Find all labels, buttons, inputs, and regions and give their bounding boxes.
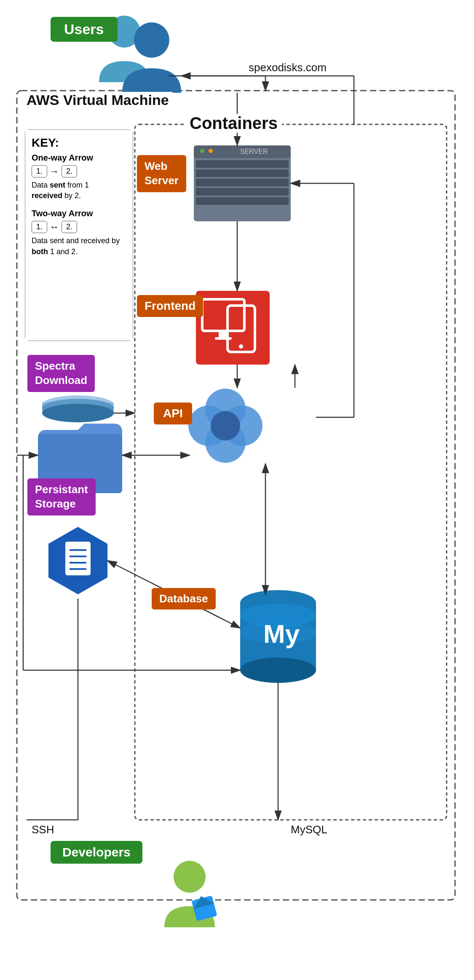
- one-way-title: One-way Arrow: [32, 153, 126, 163]
- key-num-2b: 2.: [62, 221, 77, 233]
- svg-rect-20: [215, 337, 232, 340]
- svg-point-15: [209, 149, 213, 153]
- ssh-label: SSH: [32, 823, 54, 836]
- svg-point-25: [205, 422, 246, 463]
- database-badge: Database: [152, 588, 216, 609]
- svg-rect-21: [228, 306, 255, 352]
- svg-point-14: [200, 149, 204, 153]
- persistent-storage-badge: PersistantStorage: [27, 478, 96, 516]
- key-box: KEY: One-way Arrow 1. → 2. Data sent fro…: [25, 130, 133, 341]
- svg-text:SERVER: SERVER: [240, 148, 268, 155]
- key-num-2a: 2.: [62, 165, 77, 177]
- svg-rect-12: [196, 188, 289, 196]
- svg-point-26: [188, 405, 229, 446]
- svg-point-27: [222, 405, 262, 446]
- svg-rect-18: [202, 299, 244, 331]
- api-badge: API: [154, 403, 192, 424]
- svg-point-29: [240, 590, 316, 615]
- web-server-badge: WebServer: [137, 155, 186, 192]
- svg-rect-17: [196, 291, 270, 365]
- svg-point-33: [240, 620, 316, 644]
- svg-point-35: [42, 395, 114, 414]
- aws-vm-label: AWS Virtual Machine: [23, 92, 172, 108]
- developers-badge: Developers: [51, 841, 142, 864]
- svg-marker-49: [191, 894, 214, 909]
- key-num-1b: 1.: [32, 221, 47, 233]
- svg-rect-8: [194, 145, 291, 158]
- frontend-badge: Frontend: [137, 295, 203, 317]
- svg-point-22: [239, 344, 243, 349]
- svg-rect-9: [196, 160, 289, 168]
- svg-rect-7: [194, 145, 291, 221]
- svg-rect-1: [135, 124, 447, 820]
- key-arrow-both: ↔: [50, 222, 59, 233]
- key-title: KEY:: [32, 136, 126, 150]
- svg-point-28: [211, 411, 240, 440]
- svg-marker-41: [48, 527, 107, 594]
- svg-point-24: [205, 389, 246, 429]
- containers-label: Containers: [185, 114, 282, 133]
- svg-point-23: [192, 392, 259, 459]
- svg-point-4: [134, 22, 169, 58]
- svg-rect-10: [196, 169, 289, 177]
- two-way-title: Two-way Arrow: [32, 209, 126, 218]
- svg-point-39: [42, 404, 114, 422]
- spectra-download-badge: SpectraDownload: [27, 355, 95, 392]
- svg-rect-42: [65, 542, 91, 575]
- svg-rect-48: [191, 895, 217, 921]
- users-badge: Users: [51, 17, 118, 42]
- svg-rect-30: [240, 603, 316, 670]
- key-num-1a: 1.: [32, 165, 47, 177]
- svg-rect-38: [42, 407, 114, 413]
- svg-rect-36: [42, 403, 114, 409]
- svg-point-31: [240, 658, 316, 683]
- svg-rect-19: [219, 331, 228, 337]
- svg-point-47: [174, 861, 206, 893]
- svg-point-32: [240, 604, 316, 627]
- svg-text:My: My: [263, 619, 300, 648]
- spexodisks-url: spexodisks.com: [249, 61, 327, 74]
- svg-rect-13: [196, 197, 289, 205]
- mysql-label: MySQL: [291, 823, 327, 836]
- key-arrow-right: →: [50, 166, 59, 177]
- one-way-desc: Data sent from 1received by 2.: [32, 180, 126, 201]
- svg-point-37: [42, 399, 114, 417]
- svg-rect-11: [196, 179, 289, 186]
- two-way-desc: Data sent and received by both 1 and 2.: [32, 236, 126, 257]
